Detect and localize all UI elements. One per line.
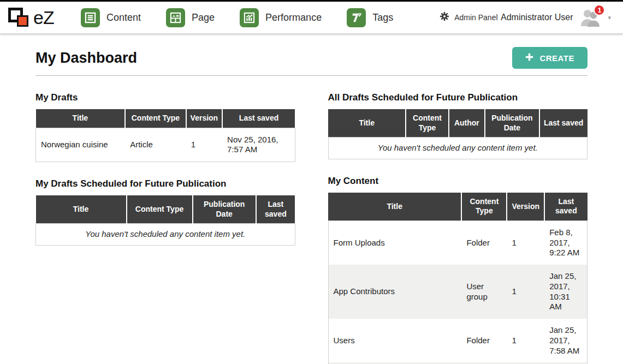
right-column: All Drafts Scheduled for Future Publicat… (328, 76, 588, 364)
table-header-row: TitleContent TypeAuthorPublication DateL… (328, 109, 588, 138)
column-header: Publication Date (193, 195, 256, 224)
section-my-content: My Content TitleContent TypeVersionLast … (328, 176, 588, 364)
page-title: My Dashboard (35, 50, 137, 67)
main-nav: Content Page Performance Tags (81, 8, 393, 27)
column-header: Version (186, 109, 222, 128)
logo-text: eZ (33, 7, 54, 28)
column-header: Title (328, 109, 406, 138)
nav-label-page: Page (192, 12, 215, 23)
table-cell: Users (328, 319, 461, 362)
table-header-row: TitleContent TypeVersionLast saved (36, 109, 295, 128)
tags-icon (347, 8, 366, 27)
column-header: Content Type (461, 193, 507, 221)
ez-logo-icon (8, 6, 32, 29)
content-icon (81, 8, 100, 27)
nav-item-tags[interactable]: Tags (347, 8, 393, 27)
nav-item-page[interactable]: Page (166, 8, 215, 27)
table-cell: Nov 25, 2016, 7:57 AM (222, 128, 295, 162)
column-header: Version (507, 193, 544, 221)
section-my-drafts: My Drafts TitleContent TypeVersionLast s… (35, 92, 295, 162)
column-header: Content Type (127, 195, 193, 224)
column-header: Title (328, 193, 461, 221)
page-header: My Dashboard CREATE (35, 47, 588, 76)
empty-message: You haven't scheduled any content item y… (328, 138, 588, 159)
page-icon (166, 8, 185, 27)
table-cell: 1 (507, 220, 544, 265)
column-header: Title (36, 109, 126, 128)
column-header: Last saved (256, 195, 295, 224)
admin-panel-label: Admin Panel (454, 13, 497, 22)
section-title: My Drafts Scheduled for Future Publicati… (35, 178, 295, 189)
table-cell: Norwegian cuisine (36, 128, 126, 162)
table-cell: 1 (507, 265, 544, 319)
chevron-down-icon: ▾ (608, 14, 611, 21)
section-title: My Content (328, 176, 588, 187)
user-name: Administrator User (501, 13, 573, 22)
nav-item-content[interactable]: Content (81, 8, 141, 27)
my-drafts-scheduled-table: TitleContent TypePublication DateLast sa… (35, 195, 295, 246)
gear-icon (440, 11, 449, 23)
nav-label-performance: Performance (265, 12, 322, 23)
section-my-drafts-scheduled: My Drafts Scheduled for Future Publicati… (35, 178, 295, 246)
table-cell: Folder (461, 319, 507, 362)
top-bar: eZ Content Page Performance Tags (0, 0, 623, 34)
column-header: Last saved (539, 109, 588, 138)
my-drafts-table: TitleContent TypeVersionLast savedNorweg… (35, 109, 295, 162)
column-header: Content Type (406, 109, 448, 138)
nav-label-tags: Tags (372, 12, 393, 23)
table-row[interactable]: Norwegian cuisineArticle1Nov 25, 2016, 7… (36, 128, 295, 162)
column-header: Publication Date (485, 109, 539, 138)
nav-label-content: Content (106, 12, 141, 23)
table-cell: Folder (461, 220, 507, 265)
left-column: My Drafts TitleContent TypeVersionLast s… (35, 76, 295, 364)
ez-logo[interactable]: eZ (8, 6, 66, 29)
column-header: Author (449, 109, 485, 138)
all-drafts-scheduled-table: TitleContent TypeAuthorPublication DateL… (328, 109, 588, 159)
table-cell: Jan 25, 2017, 10:31 AM (544, 265, 587, 319)
nav-item-performance[interactable]: Performance (240, 8, 322, 27)
performance-icon (240, 8, 259, 27)
avatar[interactable]: 1 (580, 8, 601, 27)
empty-row: You haven't scheduled any content item y… (328, 138, 588, 159)
table-header-row: TitleContent TypeVersionLast saved (328, 193, 588, 221)
table-cell: Jan 25, 2017, 7:58 AM (544, 319, 587, 362)
table-cell: Article (125, 128, 186, 162)
table-row[interactable]: Form UploadsFolder1Feb 8, 2017, 9:22 AM (328, 220, 588, 265)
table-cell: 1 (507, 319, 544, 362)
column-header: Last saved (544, 193, 587, 221)
column-header: Last saved (222, 109, 295, 128)
create-button-label: CREATE (539, 53, 574, 63)
empty-message: You haven't scheduled any content item y… (36, 224, 295, 246)
admin-panel-button[interactable]: Admin Panel (440, 11, 497, 23)
column-header: Title (36, 195, 127, 224)
plus-icon (525, 53, 533, 63)
create-button[interactable]: CREATE (512, 47, 588, 69)
section-title: All Drafts Scheduled for Future Publicat… (328, 92, 588, 103)
section-all-drafts-scheduled: All Drafts Scheduled for Future Publicat… (328, 92, 588, 159)
my-content-table: TitleContent TypeVersionLast savedForm U… (328, 193, 588, 364)
section-title: My Drafts (35, 92, 295, 103)
dashboard-grid: My Drafts TitleContent TypeVersionLast s… (0, 76, 623, 364)
table-cell: App Contributors (328, 265, 461, 319)
table-cell: User group (461, 265, 507, 319)
table-cell: Form Uploads (328, 220, 461, 265)
column-header: Content Type (125, 109, 186, 128)
notification-badge[interactable]: 1 (594, 4, 605, 16)
table-header-row: TitleContent TypePublication DateLast sa… (36, 195, 295, 224)
table-row[interactable]: App ContributorsUser group1Jan 25, 2017,… (328, 265, 588, 319)
user-menu[interactable]: Administrator User 1 ▾ (501, 8, 611, 27)
table-cell: Feb 8, 2017, 9:22 AM (544, 220, 587, 265)
empty-row: You haven't scheduled any content item y… (36, 224, 295, 246)
table-row[interactable]: UsersFolder1Jan 25, 2017, 7:58 AM (328, 319, 588, 362)
table-cell: 1 (186, 128, 222, 162)
